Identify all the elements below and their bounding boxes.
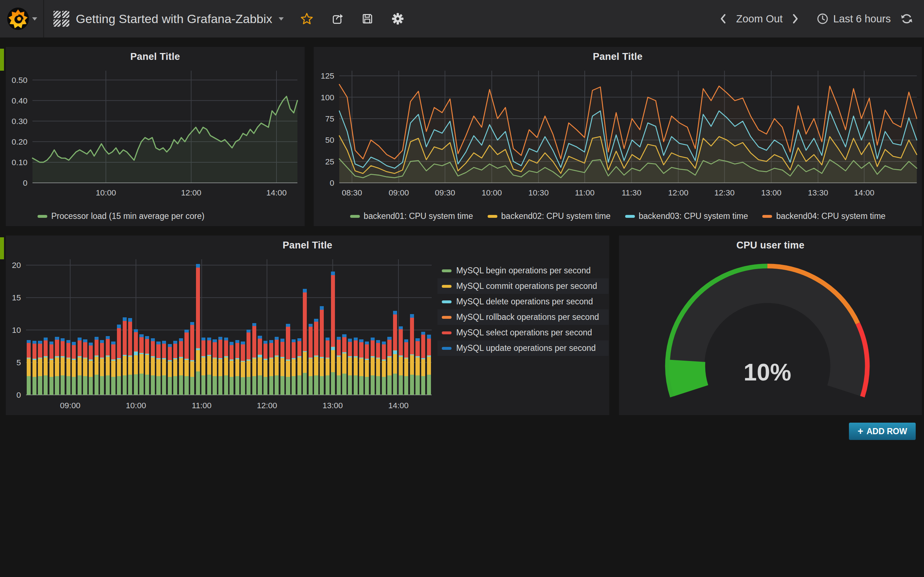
- processor-load-chart[interactable]: 00.100.200.300.400.5010:0012:0014:00: [8, 66, 302, 199]
- cpu-user-gauge: 10%: [619, 254, 922, 411]
- legend-item[interactable]: MySQL update operations per second: [438, 340, 609, 356]
- legend-item[interactable]: MySQL commit operations per second: [438, 279, 609, 294]
- chevron-right-icon: [792, 13, 799, 24]
- svg-text:0: 0: [23, 179, 27, 187]
- mysql-ops-legend: MySQL begin operations per secondMySQL c…: [438, 263, 609, 356]
- svg-text:11:00: 11:00: [575, 188, 595, 197]
- row-menu-handle[interactable]: [0, 237, 4, 259]
- legend-item[interactable]: Processor load (15 min average per core): [37, 211, 204, 221]
- svg-text:25: 25: [325, 157, 334, 166]
- svg-text:12:00: 12:00: [181, 188, 201, 197]
- navbar: Getting Started with Grafana-Zabbix: [0, 0, 924, 37]
- svg-text:11:00: 11:00: [192, 401, 212, 410]
- legend-label: backend02: CPU system time: [501, 211, 611, 221]
- svg-text:10: 10: [12, 326, 21, 335]
- star-button[interactable]: [300, 12, 313, 25]
- svg-text:0: 0: [330, 179, 334, 187]
- settings-button[interactable]: [391, 12, 404, 25]
- dashboard-title: Getting Started with Grafana-Zabbix: [76, 12, 272, 26]
- svg-text:13:00: 13:00: [323, 401, 343, 410]
- legend-item[interactable]: MySQL delete operations per second: [438, 294, 609, 309]
- time-range-picker[interactable]: Last 6 hours: [816, 13, 891, 25]
- panel-title[interactable]: Panel Title: [6, 51, 305, 62]
- plus-icon: +: [858, 427, 863, 436]
- gear-icon: [391, 12, 404, 25]
- svg-text:0: 0: [16, 390, 21, 400]
- legend-swatch: [442, 331, 452, 334]
- svg-text:14:00: 14:00: [854, 188, 874, 197]
- legend-item[interactable]: MySQL select operations per second: [438, 325, 609, 340]
- legend-swatch: [350, 215, 360, 218]
- legend-label: MySQL delete operations per second: [456, 297, 593, 306]
- dashboard-picker[interactable]: Getting Started with Grafana-Zabbix: [53, 11, 284, 27]
- time-shift-forward-button[interactable]: [792, 13, 799, 24]
- svg-text:20: 20: [12, 261, 21, 270]
- navbar-actions: [300, 12, 404, 25]
- svg-text:0.50: 0.50: [11, 76, 27, 85]
- add-row-label: ADD ROW: [867, 427, 907, 436]
- legend-label: backend01: CPU system time: [364, 211, 473, 221]
- panel-cpu-system: Panel Title 025507510012508:3009:0009:30…: [313, 47, 922, 226]
- legend-swatch: [762, 215, 772, 218]
- svg-text:09:30: 09:30: [435, 188, 455, 197]
- panel-title[interactable]: Panel Title: [6, 240, 609, 251]
- svg-text:12:30: 12:30: [714, 188, 735, 197]
- svg-text:100: 100: [320, 93, 334, 102]
- legend-label: Processor load (15 min average per core): [51, 211, 204, 221]
- time-range-label: Last 6 hours: [833, 13, 891, 25]
- svg-text:10%: 10%: [743, 359, 791, 385]
- grafana-logo-menu[interactable]: [0, 0, 44, 37]
- add-row-button[interactable]: + ADD ROW: [849, 423, 916, 440]
- time-shift-back-button[interactable]: [719, 13, 727, 24]
- panel-title[interactable]: Panel Title: [313, 51, 922, 62]
- legend-item[interactable]: backend01: CPU system time: [350, 211, 473, 221]
- row-menu-handle[interactable]: [0, 49, 4, 71]
- grafana-dashboard-screen: Getting Started with Grafana-Zabbix: [0, 0, 924, 577]
- legend-item[interactable]: MySQL begin operations per second: [438, 263, 609, 279]
- legend-swatch: [488, 215, 498, 218]
- share-button[interactable]: [331, 12, 344, 25]
- star-icon: [300, 12, 313, 25]
- legend-label: MySQL update operations per second: [456, 343, 596, 353]
- svg-text:10:30: 10:30: [528, 188, 549, 197]
- svg-text:14:00: 14:00: [267, 188, 287, 197]
- svg-text:10:00: 10:00: [481, 188, 502, 197]
- legend-swatch: [442, 300, 452, 303]
- svg-text:14:00: 14:00: [388, 401, 409, 410]
- legend-label: MySQL rollback operations per second: [456, 312, 599, 322]
- panel-processor-load: Panel Title 00.100.200.300.400.5010:0012…: [6, 47, 305, 226]
- refresh-button[interactable]: [900, 12, 913, 25]
- dashboard-grid-icon: [53, 11, 69, 27]
- save-button[interactable]: [361, 12, 374, 25]
- legend-swatch: [625, 215, 635, 218]
- clock-icon: [816, 13, 829, 25]
- legend-item[interactable]: backend02: CPU system time: [488, 211, 611, 221]
- save-icon: [361, 12, 374, 25]
- cpu-system-legend: backend01: CPU system timebackend02: CPU…: [313, 211, 922, 221]
- zoom-out-button[interactable]: Zoom Out: [736, 13, 782, 25]
- navbar-time-controls: Zoom Out Last 6 hours: [719, 12, 924, 25]
- legend-item[interactable]: MySQL rollback operations per second: [438, 309, 609, 325]
- svg-text:50: 50: [325, 135, 334, 145]
- svg-text:125: 125: [320, 71, 334, 81]
- mysql-ops-chart[interactable]: 0510152009:0010:0011:0012:0013:0014:00: [8, 254, 434, 411]
- grafana-logo-icon: [6, 7, 30, 30]
- svg-text:0.10: 0.10: [11, 158, 27, 167]
- svg-text:09:00: 09:00: [389, 188, 409, 197]
- legend-swatch: [442, 269, 452, 272]
- legend-item[interactable]: backend04: CPU system time: [762, 211, 885, 221]
- svg-text:09:00: 09:00: [60, 401, 80, 410]
- legend-label: backend04: CPU system time: [776, 211, 885, 221]
- panel-title[interactable]: CPU user time: [619, 240, 922, 251]
- svg-text:13:00: 13:00: [761, 188, 782, 197]
- legend-label: MySQL commit operations per second: [456, 281, 597, 291]
- svg-text:10:00: 10:00: [126, 401, 146, 410]
- dashboard-caret-down-icon: [279, 17, 284, 21]
- svg-text:75: 75: [325, 114, 334, 123]
- svg-text:08:30: 08:30: [342, 188, 362, 197]
- cpu-system-chart[interactable]: 025507510012508:3009:0009:3010:0010:3011…: [316, 66, 920, 199]
- legend-item[interactable]: backend03: CPU system time: [625, 211, 748, 221]
- legend-label: MySQL select operations per second: [456, 328, 592, 338]
- legend-swatch: [442, 316, 452, 319]
- refresh-icon: [900, 12, 913, 25]
